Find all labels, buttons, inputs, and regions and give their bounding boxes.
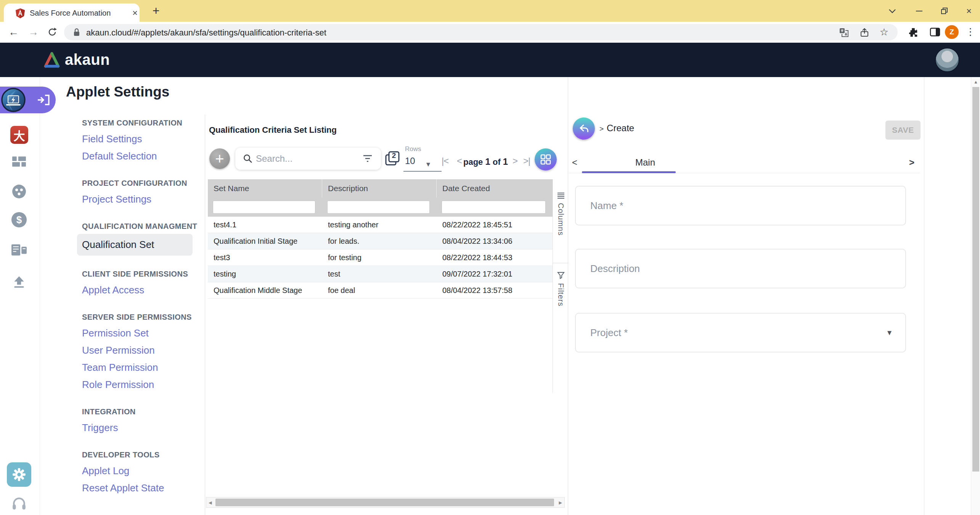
user-avatar[interactable] [935, 48, 959, 72]
columns-tab-label: Columns [556, 203, 565, 236]
nav-item-permission-set[interactable]: Permission Set [40, 325, 205, 342]
cell-description: test [322, 270, 437, 278]
rows-select-underline [403, 171, 442, 172]
tab-close-icon[interactable]: × [130, 8, 140, 18]
nav-section-system-configuration: SYSTEM CONFIGURATION Field Settings Defa… [40, 115, 205, 165]
breadcrumb-label: Create [607, 123, 634, 133]
search-input[interactable] [256, 152, 351, 165]
table-row[interactable]: test3 for testing 08/22/2022 18:44:53 [208, 249, 553, 266]
next-page-button[interactable]: > [512, 156, 517, 166]
nav-item-team-permission[interactable]: Team Permission [40, 359, 205, 376]
nav-item-applet-access[interactable]: Applet Access [40, 282, 205, 299]
project-select-field[interactable]: Project * ▾ [575, 313, 906, 352]
nav-item-applet-log[interactable]: Applet Log [40, 462, 205, 480]
browser-forward-button[interactable]: → [28, 26, 39, 38]
grid-view-button[interactable] [535, 148, 557, 171]
browser-menu-kebab-icon[interactable]: ⋮ [965, 26, 976, 38]
rows-per-page-value[interactable]: 10 [405, 156, 415, 166]
tabs-scroll-left-icon[interactable]: < [572, 157, 577, 168]
nav-section-header: CLIENT SIDE PERMISSIONS [40, 266, 205, 282]
layers-2-icon[interactable]: 2 [384, 150, 401, 167]
prev-page-button[interactable]: < [457, 156, 462, 166]
scrollbar-thumb[interactable] [972, 87, 979, 472]
nav-section-integration: INTEGRATION Triggers [40, 404, 205, 436]
column-header-date-created[interactable]: Date Created [437, 184, 553, 193]
scroll-right-arrow-icon[interactable]: ▸ [559, 499, 562, 507]
description-field[interactable]: Description [575, 249, 906, 288]
nav-item-triggers[interactable]: Triggers [40, 419, 205, 436]
nav-item-default-selection[interactable]: Default Selection [40, 148, 205, 165]
scroll-left-arrow-icon[interactable]: ◂ [209, 499, 212, 507]
cell-date-created: 08/22/2022 18:44:53 [437, 253, 553, 262]
group-circle-icon[interactable] [11, 184, 27, 201]
gear-icon [12, 467, 26, 482]
breadcrumb: >Create [599, 123, 634, 134]
share-icon[interactable] [860, 27, 869, 39]
project-field-label: Project * [590, 327, 628, 339]
filter-lines-icon[interactable] [363, 154, 373, 164]
filters-tab[interactable]: Filters [553, 266, 569, 343]
rows-caret-icon[interactable]: ▾ [426, 159, 430, 169]
nav-item-field-settings[interactable]: Field Settings [40, 130, 205, 148]
page-vertical-scrollbar[interactable]: ▴ [971, 77, 980, 515]
nav-item-user-permission[interactable]: User Permission [40, 342, 205, 359]
table-row[interactable]: Qualification Middle Stage foe deal 08/0… [208, 282, 553, 299]
browser-tab-strip: Sales Force Automation × + × [0, 0, 980, 22]
active-tab-underline [582, 171, 676, 173]
cell-date-created: 08/04/2022 13:34:06 [437, 237, 553, 246]
table-row[interactable]: Qualification Initial Stage for leads. 0… [208, 233, 553, 249]
column-filter-input[interactable] [442, 201, 546, 214]
minimize-button[interactable] [913, 5, 925, 17]
first-page-button[interactable]: |< [442, 156, 448, 166]
nav-item-project-settings[interactable]: Project Settings [40, 191, 205, 208]
table-row[interactable]: testing test 09/07/2022 17:32:01 [208, 266, 553, 282]
back-button[interactable] [573, 117, 595, 140]
cell-date-created: 09/07/2022 17:32:01 [437, 270, 553, 278]
new-tab-button[interactable]: + [149, 4, 162, 18]
url-bar[interactable]: akaun.cloud/#/applets/akaun/sfa/settings… [64, 24, 898, 40]
translate-icon[interactable] [839, 27, 849, 39]
bookmark-star-icon[interactable]: ☆ [880, 26, 888, 38]
table-horizontal-scrollbar[interactable]: ◂ ▸ [206, 497, 565, 508]
column-header-description[interactable]: Description [322, 179, 437, 198]
settings-gear-button[interactable] [7, 462, 31, 487]
dashboard-icon[interactable] [11, 156, 27, 169]
nav-item-reset-applet-state[interactable]: Reset Applet State [40, 480, 205, 497]
scroll-up-arrow-icon[interactable]: ▴ [971, 79, 980, 85]
cell-set-name: testing [208, 270, 322, 278]
last-page-button[interactable]: >| [523, 156, 530, 166]
name-field[interactable]: Name * [575, 186, 906, 225]
add-record-button[interactable]: + [209, 148, 230, 169]
column-header-set-name[interactable]: Set Name [208, 179, 322, 198]
headset-icon[interactable] [11, 496, 27, 512]
upload-icon[interactable] [11, 275, 27, 291]
scrollbar-thumb[interactable] [215, 499, 554, 506]
library-icon[interactable] [11, 243, 27, 258]
browser-profile-avatar[interactable]: Z [945, 25, 959, 39]
columns-tab[interactable]: Columns [553, 187, 569, 263]
table-row[interactable]: test4.1 testing another 08/22/2022 18:45… [208, 217, 553, 233]
column-filter-input[interactable] [213, 201, 315, 214]
browser-tab[interactable]: Sales Force Automation × [4, 3, 140, 22]
url-text: akaun.cloud/#/applets/akaun/sfa/settings… [86, 28, 326, 38]
close-window-button[interactable]: × [963, 5, 975, 17]
tabs-scroll-right-icon[interactable]: > [909, 157, 914, 168]
column-filter-input[interactable] [327, 201, 430, 214]
nav-section-project-configuration: PROJECT CONFIGURATION Project Settings [40, 175, 205, 208]
nav-item-role-permission[interactable]: Role Permission [40, 376, 205, 393]
browser-back-button[interactable]: ← [8, 26, 19, 38]
red-app-icon[interactable]: 大 [10, 126, 28, 144]
tab-main[interactable]: Main [615, 157, 676, 168]
side-panel-icon[interactable] [930, 27, 940, 39]
finance-dollar-icon[interactable]: $ [11, 212, 27, 227]
extensions-puzzle-icon[interactable] [908, 27, 919, 39]
tab-search-chevron-icon[interactable] [887, 5, 898, 17]
restore-button[interactable] [939, 5, 950, 17]
save-button[interactable]: SAVE [885, 121, 921, 140]
app-header: akaun [0, 43, 980, 77]
angular-favicon-icon [15, 8, 25, 19]
reload-button[interactable] [47, 27, 57, 40]
active-applet-pill[interactable] [0, 87, 56, 113]
nav-item-qualification-set[interactable]: Qualification Set [77, 234, 193, 256]
search-box [235, 148, 381, 170]
